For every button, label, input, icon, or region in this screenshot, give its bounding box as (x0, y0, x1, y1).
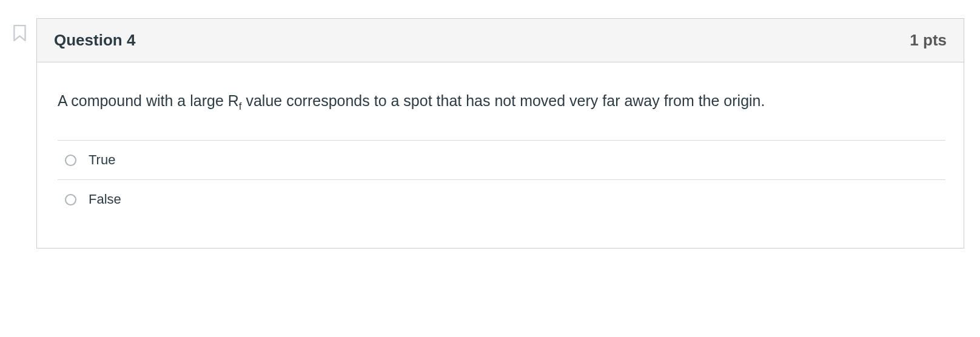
question-points: 1 pts (910, 31, 947, 50)
question-text-part2: value corresponds to a spot that has not… (242, 92, 765, 109)
options-list: True False (58, 140, 945, 219)
option-label: False (89, 192, 121, 207)
question-body: A compound with a large Rf value corresp… (37, 62, 964, 248)
question-title: Question 4 (54, 31, 135, 50)
radio-false[interactable] (65, 194, 76, 205)
bookmark-icon[interactable] (12, 24, 28, 42)
question-wrapper: Question 4 1 pts A compound with a large… (12, 18, 968, 249)
option-true[interactable]: True (58, 141, 945, 180)
question-text-part1: A compound with a large R (58, 92, 239, 109)
option-false[interactable]: False (58, 180, 945, 219)
option-label: True (89, 152, 115, 168)
question-text: A compound with a large Rf value corresp… (58, 89, 945, 115)
question-header: Question 4 1 pts (37, 19, 964, 62)
radio-true[interactable] (65, 155, 76, 166)
question-card: Question 4 1 pts A compound with a large… (36, 18, 964, 249)
